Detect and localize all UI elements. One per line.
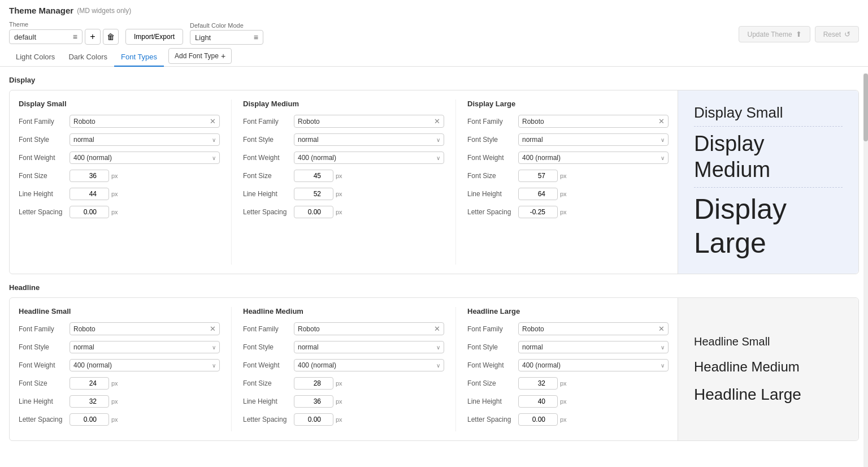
app-subtitle: (MD widgets only) (77, 7, 131, 15)
hl-font-weight-label: Font Weight (467, 361, 518, 369)
theme-select[interactable]: default ≡ (9, 29, 83, 44)
dm-font-size-input[interactable] (294, 170, 333, 182)
tab-dark-colors[interactable]: Dark Colors (62, 48, 114, 67)
add-theme-button[interactable]: + (85, 29, 101, 45)
hs-font-weight-select[interactable]: 400 (normal) ∨ (70, 359, 220, 371)
headline-medium-preview-row: Headline Medium (694, 358, 843, 380)
dl-lh-px: px (560, 191, 567, 197)
hm-line-height-input[interactable] (294, 395, 333, 408)
dl-font-family-input[interactable]: Roboto ✕ (518, 115, 669, 128)
hm-font-style-label: Font Style (243, 343, 294, 351)
hl-font-size-label: Font Size (467, 379, 518, 387)
preview-headline-large-text: Headline Large (694, 384, 843, 405)
hl-font-size-input[interactable] (518, 377, 558, 390)
hm-font-family-clear[interactable]: ✕ (434, 325, 440, 333)
dm-font-family-clear[interactable]: ✕ (434, 117, 440, 126)
hl-letter-spacing-label: Letter Spacing (467, 416, 518, 423)
import-export-button[interactable]: Import/Export (125, 29, 183, 45)
hm-font-style-select[interactable]: normal ∨ (294, 341, 444, 353)
hm-font-size-input[interactable] (294, 377, 333, 390)
hs-font-size-input[interactable] (70, 377, 109, 390)
ds-font-size-input[interactable]: 36 (70, 170, 109, 182)
dl-size-px: px (560, 172, 567, 179)
preview-display-small-text: Display Small (694, 104, 843, 122)
display-medium-title: Display Medium (243, 100, 444, 108)
display-medium-divider: Display Medium (694, 131, 843, 188)
reset-label: Reset (823, 31, 841, 38)
hl-lh-px: px (560, 398, 567, 405)
hs-style-arrow: ∨ (212, 344, 216, 351)
hl-letter-spacing-input[interactable] (518, 413, 558, 426)
reset-button[interactable]: Reset ↺ (815, 26, 859, 42)
dm-line-height-input[interactable] (294, 188, 333, 200)
save-icon: ⬆ (796, 30, 802, 38)
dm-font-style-select[interactable]: normal ∨ (294, 133, 444, 146)
ds-font-family-clear[interactable]: ✕ (210, 117, 216, 126)
display-small-divider: Display Small (694, 104, 843, 127)
ds-line-height-input[interactable] (70, 188, 109, 200)
hl-font-weight-select[interactable]: 400 (normal) ∨ (518, 359, 669, 371)
hs-weight-arrow: ∨ (212, 362, 216, 369)
ds-lh-px: px (111, 191, 118, 197)
hm-letter-spacing-input[interactable] (294, 413, 333, 426)
default-color-label: Default Color Mode (190, 22, 263, 29)
dm-font-weight-select[interactable]: 400 (normal) ∨ (294, 152, 444, 164)
headline-medium-title: Headline Medium (243, 307, 444, 315)
hl-line-height-input[interactable] (518, 395, 558, 408)
display-section: Display Display Small Font Family Roboto… (9, 76, 859, 274)
refresh-icon: ↺ (844, 30, 850, 38)
hs-font-family-clear[interactable]: ✕ (210, 325, 216, 333)
display-preview-panel: Display Small Display Medium Display Lar… (678, 90, 858, 274)
dl-font-weight-select[interactable]: 400 (normal) ∨ (518, 152, 669, 164)
hm-font-family-label: Font Family (243, 325, 294, 333)
dm-weight-arrow: ∨ (436, 155, 440, 161)
dm-lh-px: px (336, 191, 342, 197)
ds-font-family-input[interactable]: Roboto ✕ (70, 115, 220, 128)
headline-small-column: Headline Small Font Family Roboto ✕ Font… (19, 307, 232, 431)
hs-size-px: px (111, 380, 118, 387)
tab-font-types[interactable]: Font Types (114, 48, 164, 67)
headline-small-title: Headline Small (19, 307, 220, 315)
hl-font-style-select[interactable]: normal ∨ (518, 341, 669, 353)
hl-font-family-clear[interactable]: ✕ (658, 325, 665, 333)
ds-font-style-select[interactable]: normal ∨ (70, 133, 220, 146)
hm-style-arrow: ∨ (436, 344, 440, 351)
dl-letter-spacing-input[interactable] (518, 206, 558, 218)
dm-font-family-input[interactable]: Roboto ✕ (294, 115, 444, 128)
dl-font-size-input[interactable] (518, 170, 558, 182)
light-value: Light (195, 33, 251, 42)
hs-line-height-input[interactable] (70, 395, 109, 408)
light-mode-select[interactable]: Light ≡ (190, 30, 263, 45)
hs-font-family-input[interactable]: Roboto ✕ (70, 322, 220, 335)
delete-theme-button[interactable]: 🗑 (103, 29, 119, 45)
dl-line-height-input[interactable] (518, 188, 558, 200)
update-theme-button[interactable]: Update Theme ⬆ (739, 26, 810, 42)
headline-medium-column: Headline Medium Font Family Roboto ✕ Fon… (243, 307, 456, 431)
hm-line-height-label: Line Height (243, 397, 294, 405)
hm-font-family-input[interactable]: Roboto ✕ (294, 322, 444, 335)
hl-style-arrow: ∨ (661, 344, 665, 351)
display-large-title: Display Large (467, 100, 669, 108)
add-font-type-button[interactable]: Add Font Type + (168, 48, 232, 64)
hl-font-style-label: Font Style (467, 343, 518, 351)
display-small-title: Display Small (19, 100, 220, 108)
ds-font-style-label: Font Style (19, 136, 70, 144)
tab-light-colors[interactable]: Light Colors (9, 48, 62, 67)
headline-large-title: Headline Large (467, 307, 669, 315)
hs-letter-spacing-input[interactable] (70, 413, 109, 426)
ds-letter-spacing-input[interactable] (70, 206, 109, 218)
dm-font-weight-label: Font Weight (243, 154, 294, 162)
hs-line-height-label: Line Height (19, 397, 70, 405)
hl-font-family-input[interactable]: Roboto ✕ (518, 322, 669, 335)
dl-font-style-select[interactable]: normal ∨ (518, 133, 669, 146)
dl-line-height-label: Line Height (467, 190, 518, 198)
dm-letter-spacing-input[interactable] (294, 206, 333, 218)
hs-lh-px: px (111, 398, 118, 405)
hm-font-weight-select[interactable]: 400 (normal) ∨ (294, 359, 444, 371)
ds-font-weight-select[interactable]: 400 (normal) ∨ (70, 152, 220, 164)
hs-font-style-select[interactable]: normal ∨ (70, 341, 220, 353)
dm-style-arrow: ∨ (436, 137, 440, 143)
dl-font-family-clear[interactable]: ✕ (658, 117, 665, 126)
dm-line-height-label: Line Height (243, 190, 294, 198)
hm-font-weight-label: Font Weight (243, 361, 294, 369)
